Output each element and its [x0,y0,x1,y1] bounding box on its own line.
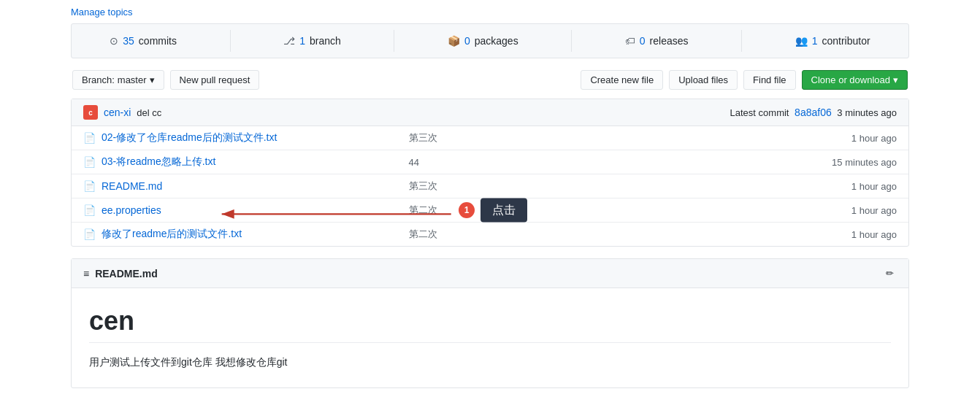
annotation-badge: 1 [459,202,475,218]
stats-bar: ⊙ 35 commits ⎇ 1 branch 📦 0 packages 🏷 0… [71,23,909,58]
edit-readme-button[interactable]: ✏ [883,265,897,282]
file-row: 📄 README.md 第三次 1 hour ago [72,174,908,198]
divider-2 [394,30,394,52]
contributors-stat[interactable]: 👥 1 contributor [795,35,870,47]
divider-1 [230,30,231,52]
file-commit: 第三次 [409,180,780,193]
upload-files-button[interactable]: Upload files [669,70,738,90]
repo-toolbar: Branch: master ▾ New pull request Create… [71,70,909,90]
commit-author[interactable]: cen-xi [104,107,131,118]
file-table: c cen-xi del cc Latest commit 8a8af06 3 … [71,99,909,247]
file-link[interactable]: 修改了readme后的测试文件.txt [102,228,242,241]
file-time: 1 hour ago [780,205,897,216]
chevron-down-icon: ▾ [150,74,155,85]
packages-icon: 📦 [448,35,460,47]
readme-content: 用户测试上传文件到git仓库 我想修改仓库git [89,355,891,370]
contributors-count[interactable]: 1 [812,35,818,47]
file-name-col: 📄 修改了readme后的测试文件.txt [83,228,409,241]
commits-stat[interactable]: ⊙ 35 commits [110,35,177,47]
file-name-col: 📄 ee.properties [83,204,409,216]
file-row: 📄 03-将readme忽略上传.txt 44 15 minutes ago [72,150,908,174]
file-time: 1 hour ago [780,181,897,192]
branch-icon: ⎇ [283,35,295,47]
file-name-col: 📄 03-将readme忽略上传.txt [83,155,409,169]
file-link[interactable]: 02-修改了仓库readme后的测试文件.txt [102,131,277,144]
file-icon: 📄 [83,132,96,144]
branch-name: master [118,74,147,85]
commits-icon: ⊙ [110,35,118,47]
commit-hash[interactable]: 8a8af06 [795,107,832,118]
packages-label: packages [475,35,518,47]
releases-icon: 🏷 [625,35,635,47]
divider-3 [571,30,572,52]
latest-commit-label: Latest commit [730,107,789,118]
readme-main-title: cen [89,306,891,343]
ee-properties-link[interactable]: ee.properties [102,204,161,216]
manage-topics-link[interactable]: Manage topics [71,7,133,18]
file-name-col: 📄 02-修改了仓库readme后的测试文件.txt [83,131,409,144]
contributors-label: contributor [822,35,870,47]
divider-4 [741,30,742,52]
clone-or-download-button[interactable]: Clone or download ▾ [802,70,908,90]
file-row: 📄 02-修改了仓库readme后的测试文件.txt 第三次 1 hour ag… [72,126,908,150]
file-time: 1 hour ago [780,229,897,240]
readme-body: cen 用户测试上传文件到git仓库 我想修改仓库git [72,288,908,387]
find-file-button[interactable]: Find file [743,70,796,90]
toolbar-left: Branch: master ▾ New pull request [72,70,259,90]
file-row: 📄 修改了readme后的测试文件.txt 第二次 1 hour ago [72,223,908,246]
chevron-down-icon-clone: ▾ [893,74,898,85]
releases-stat[interactable]: 🏷 0 releases [625,35,689,47]
commit-header-left: c cen-xi del cc [83,105,161,120]
branch-selector[interactable]: Branch: master ▾ [72,70,164,90]
readme-section: ≡ README.md ✏ cen 用户测试上传文件到git仓库 我想修改仓库g… [71,258,909,388]
file-time: 15 minutes ago [780,157,897,168]
packages-count[interactable]: 0 [464,35,470,47]
commit-author-avatar: c [83,105,98,120]
file-commit: 第三次 [409,131,780,144]
file-icon: 📄 [83,180,96,192]
readme-book-icon: ≡ [83,268,89,279]
commits-label: commits [139,35,177,47]
readme-title: ≡ README.md [83,268,158,279]
packages-stat[interactable]: 📦 0 packages [448,35,518,47]
file-icon: 📄 [83,156,96,168]
contributors-icon: 👥 [795,35,808,47]
releases-count[interactable]: 0 [640,35,646,47]
file-name-col: 📄 README.md [83,180,409,192]
create-new-file-button[interactable]: Create new file [581,70,663,90]
branch-count[interactable]: 1 [299,35,305,47]
file-row-ee-properties: 📄 ee.properties 第二次 1 hour ago 1 点击 [72,198,908,223]
commit-meta: Latest commit 8a8af06 3 minutes ago [730,107,897,118]
file-icon: 📄 [83,228,96,240]
file-commit: 44 [409,157,780,168]
file-commit: 第二次 [409,228,780,241]
pencil-icon: ✏ [886,268,894,279]
branch-label: branch [310,35,341,47]
file-link[interactable]: 03-将readme忽略上传.txt [102,155,215,169]
commit-time: 3 minutes ago [837,107,897,118]
commit-header: c cen-xi del cc Latest commit 8a8af06 3 … [72,99,908,126]
annotation-tooltip: 点击 [481,198,527,223]
commits-count[interactable]: 35 [123,35,134,47]
file-link[interactable]: README.md [102,180,162,192]
readme-header: ≡ README.md ✏ [72,259,908,288]
commit-message: del cc [137,107,161,118]
releases-label: releases [650,35,689,47]
branches-stat[interactable]: ⎇ 1 branch [283,35,341,47]
file-icon: 📄 [83,204,96,216]
new-pull-request-button[interactable]: New pull request [170,70,260,90]
branch-label-prefix: Branch: [82,74,115,85]
readme-filename: README.md [95,268,158,279]
toolbar-right: Create new file Upload files Find file C… [581,70,908,90]
file-time: 1 hour ago [780,133,897,144]
clone-label: Clone or download [811,74,890,85]
